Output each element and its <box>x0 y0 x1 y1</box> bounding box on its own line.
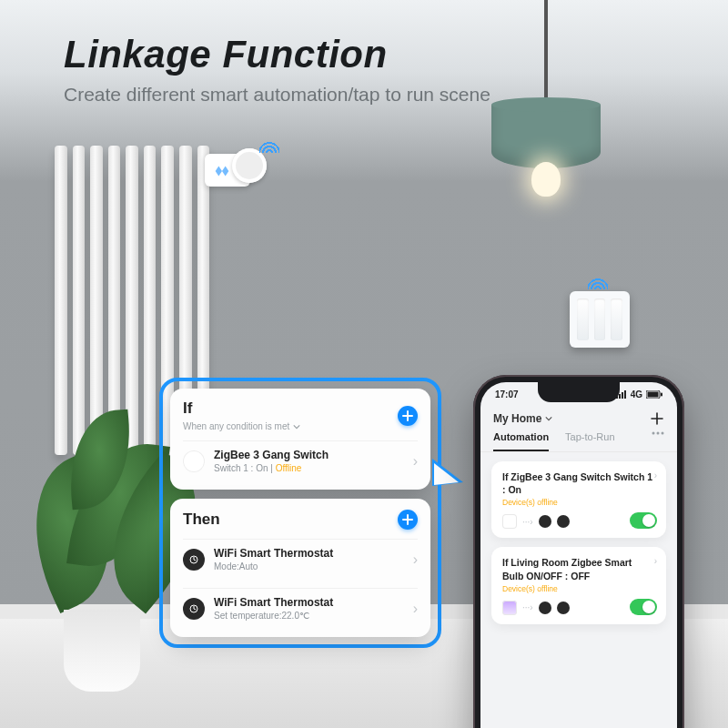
chevron-right-icon: › <box>413 453 418 470</box>
svg-rect-7 <box>647 391 658 397</box>
wall-switch <box>570 291 630 348</box>
thermostat-valve <box>205 148 267 192</box>
add-automation-button[interactable] <box>650 411 664 426</box>
pendant-lamp <box>491 0 601 214</box>
thermostat-device-icon <box>183 549 205 571</box>
then-label: Then <box>183 511 220 529</box>
plus-icon <box>402 514 413 525</box>
phone-notch <box>538 382 620 402</box>
then-item-title: WiFi Smart Thermostat <box>214 547 404 560</box>
automation-card[interactable]: If ZigBee 3 Gang Switch Switch 1 : On De… <box>491 461 666 538</box>
thermostat-device-icon <box>183 598 205 620</box>
thermostat-icon <box>212 161 232 181</box>
tab-tap-to-run[interactable]: Tap-to-Run <box>565 431 614 451</box>
tab-automation[interactable]: Automation <box>493 431 549 451</box>
page-subtitle: Create different smart automation/tap to… <box>64 84 490 106</box>
wifi-icon <box>588 273 608 289</box>
plus-icon <box>402 410 413 421</box>
then-item-sub: Set temperature:22.0℃ <box>214 611 404 621</box>
arrow-icon: ···› <box>522 517 533 527</box>
page-title: Linkage Function <box>64 33 490 76</box>
svg-rect-4 <box>622 392 623 399</box>
home-selector[interactable]: My Home <box>493 412 552 425</box>
phone-mockup: 17:07 4G My Home Automation <box>473 375 684 728</box>
svg-rect-5 <box>624 390 626 399</box>
if-condition-hint[interactable]: When any condition is met <box>183 421 300 431</box>
hero-heading: Linkage Function Create different smart … <box>64 33 490 106</box>
phone-screen: 17:07 4G My Home Automation <box>480 382 677 728</box>
then-item-sub: Mode:Auto <box>214 561 404 571</box>
add-action-button[interactable] <box>398 510 418 530</box>
then-action-row[interactable]: WiFi Smart Thermostat Set temperature:22… <box>183 588 418 628</box>
if-item-sub: Switch 1 : On | Offline <box>214 463 404 473</box>
automation-toggle[interactable] <box>630 599 657 615</box>
svg-point-11 <box>662 432 664 435</box>
add-condition-button[interactable] <box>398 406 418 426</box>
automation-warning: Device(s) offline <box>502 498 655 507</box>
tab-bar: Automation Tap-to-Run <box>480 426 677 452</box>
chevron-down-icon <box>545 415 552 422</box>
svg-rect-8 <box>661 392 662 396</box>
status-time: 17:07 <box>495 389 519 399</box>
if-label: If <box>183 399 300 418</box>
switch-device-icon <box>183 450 205 472</box>
if-card: If When any condition is met ZigBee 3 Ga… <box>170 389 430 490</box>
automation-popup: If When any condition is met ZigBee 3 Ga… <box>159 378 441 648</box>
callout-tail <box>432 459 463 486</box>
automation-toggle[interactable] <box>630 512 657 529</box>
plus-icon <box>650 411 664 426</box>
svg-point-10 <box>657 432 660 435</box>
more-icon <box>652 431 664 435</box>
svg-point-9 <box>652 432 655 435</box>
status-network: 4G <box>631 389 642 399</box>
arrow-icon: ···› <box>522 602 533 612</box>
automation-card[interactable]: If Living Room Zigbee Smart Bulb ON/OFF … <box>491 547 666 623</box>
if-item-title: ZigBee 3 Gang Switch <box>214 449 404 461</box>
tab-more-button[interactable] <box>652 431 664 451</box>
chevron-right-icon: › <box>413 551 418 568</box>
battery-icon <box>646 390 662 399</box>
if-condition-row[interactable]: ZigBee 3 Gang Switch Switch 1 : On | Off… <box>183 440 418 480</box>
then-card: Then WiFi Smart Thermostat Mode:Auto › <box>170 499 430 637</box>
device-icon <box>502 514 517 529</box>
chevron-right-icon: › <box>654 470 657 480</box>
chevron-right-icon: › <box>654 556 657 566</box>
chevron-down-icon <box>293 423 300 430</box>
then-item-title: WiFi Smart Thermostat <box>214 596 404 609</box>
device-icon <box>557 602 570 614</box>
device-icon <box>539 515 551 528</box>
wifi-icon <box>259 136 279 153</box>
device-icon <box>539 602 551 614</box>
automation-warning: Device(s) offline <box>502 584 655 593</box>
automation-list: If ZigBee 3 Gang Switch Switch 1 : On De… <box>480 452 677 633</box>
device-icon <box>557 515 570 528</box>
then-action-row[interactable]: WiFi Smart Thermostat Mode:Auto › <box>183 539 418 579</box>
bulb-device-icon <box>502 601 517 615</box>
automation-title: If ZigBee 3 Gang Switch Switch 1 : On <box>502 470 655 496</box>
automation-title: If Living Room Zigbee Smart Bulb ON/OFF … <box>502 556 655 581</box>
chevron-right-icon: › <box>413 601 418 617</box>
